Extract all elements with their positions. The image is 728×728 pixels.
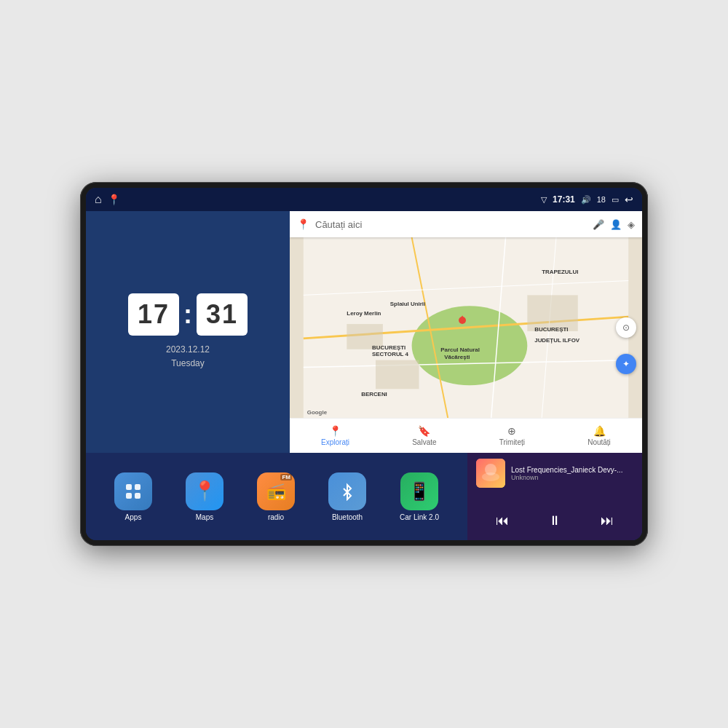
app-icon-carlink[interactable]: 📱 Car Link 2.0 — [400, 472, 439, 521]
map-location-btn[interactable]: ⊙ — [616, 317, 636, 338]
battery-icon: ▭ — [612, 195, 619, 205]
svg-text:JUDEȚUL ILFOV: JUDEȚUL ILFOV — [534, 337, 580, 344]
clock-widget: 17 : 31 2023.12.12 Tuesday — [86, 211, 290, 453]
svg-text:Leroy Merlin: Leroy Merlin — [347, 310, 381, 317]
device-screen: ⌂ 📍 ▽ 17:31 🔊 18 ▭ ↩ 17 : — [86, 188, 642, 540]
svg-text:Splaiul Unirii: Splaiul Unirii — [390, 301, 425, 307]
svg-text:Parcul Natural: Parcul Natural — [440, 347, 480, 353]
app-icon-maps[interactable]: 📍 Maps — [186, 472, 223, 521]
layers-icon[interactable]: ◈ — [628, 219, 635, 230]
time-display: 17:31 — [553, 194, 575, 205]
clock-minute: 31 — [197, 293, 248, 336]
clock-hour: 17 — [128, 293, 179, 336]
svg-text:BUCUREȘTI: BUCUREȘTI — [534, 326, 568, 333]
map-search-text[interactable]: Căutați aici — [315, 219, 587, 230]
map-bottom-nav: 📍 Explorați 🔖 Salvate ⊕ Trimiteți 🔔 — [290, 418, 642, 453]
map-compass-btn[interactable]: ✦ — [616, 354, 636, 374]
battery-level: 18 — [597, 195, 606, 204]
map-nav-saved[interactable]: 🔖 Salvate — [412, 425, 436, 446]
map-search-bar[interactable]: 📍 Căutați aici 🎤 👤 ◈ — [290, 211, 642, 237]
news-icon: 🔔 — [593, 425, 606, 437]
svg-text:SECTORUL 4: SECTORUL 4 — [372, 351, 408, 357]
apps-label: Apps — [125, 513, 142, 521]
carlink-icon: 📱 — [400, 472, 438, 510]
bluetooth-icon — [328, 472, 366, 510]
music-player: Lost Frequencies_Janieck Devy-... Unknow… — [467, 453, 642, 540]
carlink-label: Car Link 2.0 — [400, 513, 439, 521]
clock-date: 2023.12.12 Tuesday — [166, 343, 210, 371]
apps-icon — [114, 472, 152, 510]
app-icon-radio[interactable]: 📻 FM radio — [257, 472, 295, 521]
status-right-icons: ▽ 17:31 🔊 18 ▭ ↩ — [541, 194, 633, 205]
maps-status-icon[interactable]: 📍 — [108, 194, 120, 205]
clock-display: 17 : 31 — [128, 293, 248, 336]
svg-text:Google: Google — [307, 409, 328, 416]
radio-label: radio — [268, 513, 284, 521]
music-title: Lost Frequencies_Janieck Devy-... — [511, 466, 633, 474]
music-artist: Unknown — [511, 474, 633, 481]
svg-rect-8 — [376, 360, 419, 389]
svg-rect-27 — [135, 493, 141, 499]
map-nav-send[interactable]: ⊕ Trimiteți — [499, 425, 525, 446]
svg-rect-26 — [126, 493, 132, 499]
news-label: Noutăți — [587, 438, 611, 446]
send-icon: ⊕ — [507, 425, 516, 437]
svg-text:BERCENI: BERCENI — [361, 391, 387, 397]
bottom-section: Apps 📍 Maps 📻 FM — [86, 453, 642, 540]
explore-label: Explorați — [321, 438, 349, 446]
svg-point-30 — [482, 472, 499, 481]
account-icon[interactable]: 👤 — [610, 219, 622, 230]
saved-label: Salvate — [412, 438, 436, 446]
apps-section: Apps 📍 Maps 📻 FM — [86, 453, 467, 540]
bluetooth-label: Bluetooth — [332, 513, 363, 521]
map-pin-icon: 📍 — [297, 218, 309, 230]
map-widget[interactable]: 📍 Căutați aici 🎤 👤 ◈ — [290, 211, 642, 453]
voice-search-icon[interactable]: 🎤 — [593, 219, 604, 230]
map-canvas[interactable]: TRAPEZULUI BUCUREȘTI JUDEȚUL ILFOV BERCE… — [290, 237, 642, 418]
top-section: 17 : 31 2023.12.12 Tuesday 📍 Căutați aic… — [86, 211, 642, 453]
radio-icon: 📻 FM — [257, 472, 295, 510]
svg-text:TRAPEZULUI: TRAPEZULUI — [542, 269, 578, 275]
map-nav-explore[interactable]: 📍 Explorați — [321, 425, 349, 446]
app-icon-apps[interactable]: Apps — [114, 472, 152, 521]
music-controls: ⏮ ⏸ ⏭ — [476, 507, 633, 534]
status-left-icons: ⌂ 📍 — [95, 193, 120, 206]
main-area: 17 : 31 2023.12.12 Tuesday 📍 Căutați aic… — [86, 211, 642, 540]
next-button[interactable]: ⏭ — [595, 510, 620, 531]
maps-icon: 📍 — [186, 472, 223, 510]
svg-rect-25 — [135, 484, 141, 490]
explore-icon: 📍 — [329, 425, 341, 437]
status-bar: ⌂ 📍 ▽ 17:31 🔊 18 ▭ ↩ — [86, 188, 642, 211]
svg-text:Văcărești: Văcărești — [444, 354, 470, 360]
svg-text:BUCUREȘTI: BUCUREȘTI — [372, 344, 405, 351]
send-label: Trimiteți — [499, 438, 525, 446]
volume-icon: 🔊 — [581, 195, 591, 205]
device-frame: ⌂ 📍 ▽ 17:31 🔊 18 ▭ ↩ 17 : — [80, 182, 648, 546]
saved-icon: 🔖 — [418, 425, 430, 437]
prev-button[interactable]: ⏮ — [490, 510, 515, 531]
clock-colon: : — [183, 299, 192, 330]
home-icon[interactable]: ⌂ — [95, 193, 102, 206]
music-text: Lost Frequencies_Janieck Devy-... Unknow… — [511, 466, 633, 481]
play-pause-button[interactable]: ⏸ — [542, 510, 567, 531]
maps-label: Maps — [196, 513, 213, 521]
signal-icon: ▽ — [541, 195, 547, 205]
music-thumbnail — [476, 459, 505, 488]
music-info: Lost Frequencies_Janieck Devy-... Unknow… — [476, 459, 633, 488]
map-search-icons: 🎤 👤 ◈ — [593, 219, 635, 230]
map-nav-news[interactable]: 🔔 Noutăți — [587, 425, 611, 446]
app-icon-bluetooth[interactable]: Bluetooth — [328, 472, 366, 521]
back-icon[interactable]: ↩ — [625, 194, 633, 205]
svg-rect-24 — [126, 484, 132, 490]
